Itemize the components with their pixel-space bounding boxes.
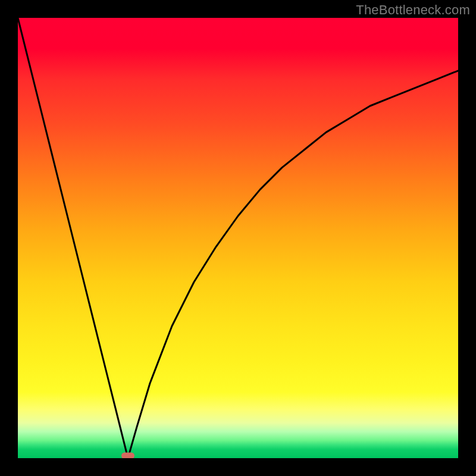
bottleneck-curve xyxy=(18,18,458,458)
minimum-marker xyxy=(121,452,134,458)
curve-path xyxy=(18,18,458,458)
plot-area xyxy=(18,18,458,458)
watermark-text: TheBottleneck.com xyxy=(356,2,470,18)
chart-frame: TheBottleneck.com xyxy=(0,0,476,476)
